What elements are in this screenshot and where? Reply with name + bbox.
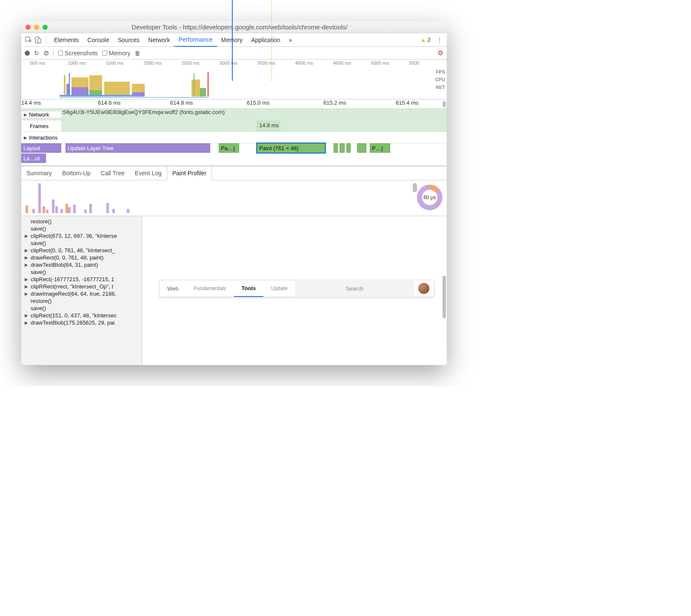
warnings-badge[interactable]: ▲ 2 xyxy=(420,37,431,43)
draw-commands-list[interactable]: restore()save()▶clipRect(673, 12, 697, 3… xyxy=(21,216,142,365)
dtab-call-tree[interactable]: Call Tree xyxy=(96,166,130,180)
draw-command[interactable]: ▶clipRect(151, 0, 437, 48, "kIntersec xyxy=(21,312,142,319)
overview-lane-labels: FPS CPU NET xyxy=(435,68,445,91)
dtab-event-log[interactable]: Event Log xyxy=(130,166,167,180)
nav-search: Search xyxy=(295,280,414,297)
event-paint-block[interactable] xyxy=(334,143,338,153)
event-layout-nested[interactable]: La…ut xyxy=(21,154,46,163)
close-icon[interactable] xyxy=(26,25,31,30)
draw-command[interactable]: save() xyxy=(21,240,142,247)
titlebar: Developer Tools - https://developers.goo… xyxy=(21,21,447,33)
frame-boundary-marker xyxy=(271,21,272,81)
nav-tools: Tools xyxy=(234,280,264,297)
event-paint-trunc2[interactable]: P…) xyxy=(370,143,390,153)
tabs-overflow[interactable]: » xyxy=(285,33,297,47)
draw-command[interactable]: ▶clipRRect(rrect, "kIntersect_Op", t xyxy=(21,283,142,290)
timeline-overview[interactable]: 500 ms1000 ms1500 ms2000 ms2500 ms3000 m… xyxy=(21,60,447,100)
tab-sources[interactable]: Sources xyxy=(114,33,144,47)
draw-command[interactable]: save() xyxy=(21,268,142,276)
warning-count: 2 xyxy=(428,37,431,43)
dtab-summary[interactable]: Summary xyxy=(21,166,57,180)
chevron-right-icon: ▶ xyxy=(25,313,29,318)
tab-network[interactable]: Network xyxy=(144,33,174,47)
nav-web: Web xyxy=(160,280,186,297)
chevron-right-icon: ▶ xyxy=(24,135,27,140)
event-paint-block[interactable] xyxy=(340,143,345,153)
warning-icon: ▲ xyxy=(420,37,426,43)
current-time-marker xyxy=(232,21,233,81)
time-ruler[interactable]: 14.4 ms 614.6 ms 614.8 ms 615.0 ms 615.2… xyxy=(21,100,447,109)
chevron-right-icon: ▶ xyxy=(25,234,29,238)
garbage-collect-button[interactable]: 🗑 xyxy=(134,50,140,57)
reload-button[interactable]: ↻ xyxy=(34,50,39,57)
ruler-scrollbar[interactable] xyxy=(443,101,446,107)
devtools-window: Developer Tools - https://developers.goo… xyxy=(21,21,447,365)
event-paint-trunc[interactable]: Pa…) xyxy=(219,143,239,153)
avatar xyxy=(418,283,429,294)
event-paint-block[interactable] xyxy=(357,143,366,153)
tab-performance[interactable]: Performance xyxy=(174,33,217,47)
record-button[interactable] xyxy=(25,51,30,56)
draw-command[interactable]: ▶drawImageRect(64, 64, true, 2188, xyxy=(21,290,142,297)
svg-rect-2 xyxy=(38,39,41,43)
chevron-right-icon: ▶ xyxy=(25,277,29,282)
draw-command[interactable]: restore() xyxy=(21,218,142,225)
nav-fundamentals: Fundamentals xyxy=(186,280,234,297)
chevron-right-icon: ▶ xyxy=(25,284,29,289)
preview-rendered-nav: Web Fundamentals Tools Update Search xyxy=(159,280,434,297)
inspect-icon[interactable] xyxy=(24,37,33,43)
paint-preview: Web Fundamentals Tools Update Search xyxy=(142,216,447,365)
paint-profiler-chart[interactable]: 60 µs xyxy=(21,180,447,216)
detail-tabs: Summary Bottom-Up Call Tree Event Log Pa… xyxy=(21,166,447,180)
flame-tracks: ▶Network :S6g4U3t-Y5UEw0lE80llgEseQY3FEm… xyxy=(21,109,447,166)
chevron-right-icon: ▶ xyxy=(25,291,29,296)
overview-chart xyxy=(21,71,255,97)
profiler-scrollbar[interactable] xyxy=(413,183,417,192)
event-layout[interactable]: Layout xyxy=(21,143,61,153)
draw-command[interactable]: save() xyxy=(21,225,142,232)
chevron-right-icon: ▶ xyxy=(25,320,29,325)
track-interactions[interactable]: ▶Interactions xyxy=(21,132,447,143)
nav-update: Update xyxy=(263,280,295,297)
tab-application[interactable]: Application xyxy=(247,33,285,47)
chevron-right-icon: ▶ xyxy=(25,248,29,253)
tab-console[interactable]: Console xyxy=(83,33,113,47)
frame-duration[interactable]: 14.8 ms xyxy=(257,120,280,131)
network-request-label: :S6g4U3t-Y5UEw0lE80llgEseQY3FEmqw.woff2 … xyxy=(61,109,225,115)
settings-gear-icon[interactable]: ⚙ xyxy=(437,49,443,57)
draw-command[interactable]: ▶clipRect(673, 12, 697, 36, "kInterse xyxy=(21,232,142,240)
performance-toolbar: ↻ ⊘ Screenshots Memory 🗑 ⚙ xyxy=(21,47,447,60)
draw-command[interactable]: ▶clipRect(-16777215, -16777215, 1 xyxy=(21,276,142,283)
draw-command[interactable]: ▶clipRect(0, 0, 761, 48, "kIntersect_ xyxy=(21,247,142,254)
chevron-right-icon: ▶ xyxy=(25,262,29,267)
paint-profiler-body: restore()save()▶clipRect(673, 12, 697, 3… xyxy=(21,216,447,365)
event-update-layer-tree[interactable]: Update Layer Tree xyxy=(66,143,210,153)
dtab-bottom-up[interactable]: Bottom-Up xyxy=(57,166,96,180)
dtab-paint-profiler[interactable]: Paint Profiler xyxy=(167,166,212,180)
memory-checkbox[interactable]: Memory xyxy=(102,50,131,57)
kebab-icon[interactable]: ⋮ xyxy=(435,37,444,43)
clear-button[interactable]: ⊘ xyxy=(43,49,49,57)
tab-elements[interactable]: Elements xyxy=(50,33,83,47)
panel-tabs: Elements Console Sources Network Perform… xyxy=(21,33,447,47)
event-paint-block[interactable] xyxy=(346,143,351,153)
track-network[interactable]: ▶Network :S6g4U3t-Y5UEw0lE80llgEseQY3FEm… xyxy=(21,109,447,120)
draw-command[interactable]: restore() xyxy=(21,297,142,305)
chevron-right-icon: ▶ xyxy=(25,255,29,260)
device-toggle-icon[interactable] xyxy=(33,37,43,43)
draw-command[interactable]: ▶drawTextBlob(64, 31, paint) xyxy=(21,261,142,268)
track-frames[interactable]: Frames 14.8 ms xyxy=(21,120,447,132)
time-donut: 60 µs xyxy=(417,185,443,210)
chevron-right-icon: ▶ xyxy=(24,112,27,117)
window-title: Developer Tools - https://developers.goo… xyxy=(37,23,443,31)
draw-command[interactable]: ▶drawTextBlob(175.265625, 29, pai xyxy=(21,319,142,326)
preview-scrollbar[interactable] xyxy=(443,276,446,318)
event-paint-selected[interactable]: Paint (761 × 48) xyxy=(257,143,325,153)
screenshots-checkbox[interactable]: Screenshots xyxy=(58,50,98,57)
draw-command[interactable]: save() xyxy=(21,305,142,312)
draw-command[interactable]: ▶drawRect(0, 0, 761, 48, paint) xyxy=(21,254,142,261)
overview-ticks: 500 ms1000 ms1500 ms2000 ms2500 ms3000 m… xyxy=(21,60,447,66)
track-main[interactable]: ▼Main Layout La…ut Update Layer Tree Pa…… xyxy=(21,143,447,166)
